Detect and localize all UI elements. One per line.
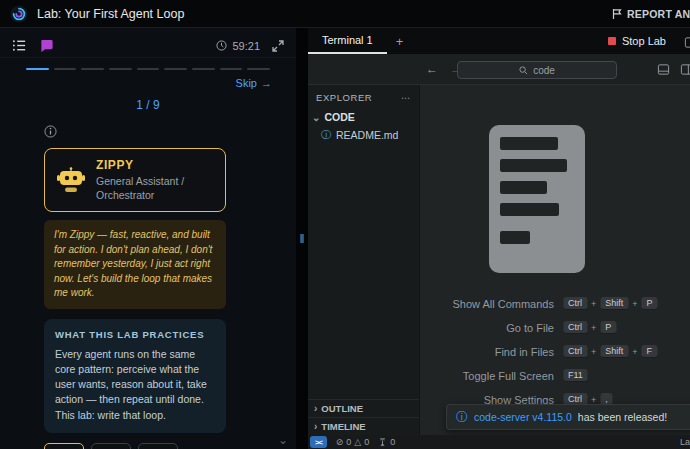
file-readme[interactable]: ⓘ README.md <box>308 126 419 144</box>
agent-quote: I'm Zippy — fast, reactive, and built fo… <box>44 220 226 309</box>
status-bar: >< ⊘ 0 △ 0 0 Layout <box>308 435 690 449</box>
warnings-icon: △ <box>354 437 361 447</box>
explorer-sidebar: EXPLORER ⋯ ⌄ CODE ⓘ README.md › <box>308 85 420 435</box>
agent-chip-meshy[interactable]: MESHY — <box>138 443 178 449</box>
resize-grip-icon: ‖ <box>300 232 305 246</box>
arrow-right-icon: → <box>261 77 272 89</box>
readme-file-icon: ⓘ <box>321 128 331 142</box>
layout-control[interactable]: Layout <box>680 437 690 447</box>
chat-icon[interactable] <box>39 38 54 53</box>
progress-segment[interactable] <box>192 68 215 70</box>
panel-resize-handle[interactable]: ‖ <box>296 28 308 449</box>
problems-indicator[interactable]: ⊘ 0 △ 0 <box>336 437 370 447</box>
kbd-key: P <box>642 297 658 310</box>
kbd-key: Ctrl <box>563 297 587 310</box>
page-title: Lab: Your First Agent Loop <box>37 7 184 21</box>
agent-chip-zippy[interactable]: ZIPPY NOW <box>44 443 84 449</box>
customize-layout-icon[interactable] <box>680 63 690 76</box>
stop-icon <box>608 37 616 45</box>
info-icon <box>44 124 57 142</box>
keybinding-hints: Show All Commands Ctrl + Shift + P Go to… <box>452 297 657 406</box>
kbd-key: F11 <box>563 369 588 382</box>
errors-icon: ⊘ <box>336 437 344 447</box>
kbd-key: F <box>642 345 658 358</box>
progress-segment[interactable] <box>26 68 49 70</box>
report-issue-label: REPORT AN ISSUE <box>627 8 690 20</box>
search-icon <box>519 66 528 75</box>
progress-segment[interactable] <box>247 68 270 70</box>
nav-back-icon[interactable]: ← <box>426 62 438 76</box>
update-notification-toast: ⓘ code-server v4.115.0 has been released… <box>446 404 690 430</box>
search-value: code <box>533 65 555 76</box>
release-message: has been released! <box>578 411 667 423</box>
explorer-more-icon[interactable]: ⋯ <box>401 92 411 103</box>
kbd-key: Shift <box>600 297 628 310</box>
chevron-down-icon: ⌄ <box>312 112 320 123</box>
skip-link[interactable]: Skip → <box>236 77 272 89</box>
expand-panel-icon[interactable] <box>272 40 284 52</box>
step-progress <box>0 68 296 70</box>
explorer-title: EXPLORER <box>316 92 372 103</box>
ports-indicator[interactable]: 0 <box>378 437 395 447</box>
release-link[interactable]: code-server v4.115.0 <box>474 411 572 423</box>
terminal-tabbar: Terminal 1 + Stop Lab <box>308 28 690 55</box>
practices-card: WHAT THIS LAB PRACTICES Every agent runs… <box>44 319 226 433</box>
agent-profile-card: ZIPPY General Assistant / Orchestrator <box>44 148 226 212</box>
editor-empty-area: Show All Commands Ctrl + Shift + P Go to… <box>420 85 690 435</box>
progress-segment[interactable] <box>54 68 77 70</box>
tab-terminal-1[interactable]: Terminal 1 <box>308 28 387 54</box>
instructions-toolbar: 59:21 <box>0 28 296 58</box>
practices-body: Every agent runs on the same core patter… <box>55 347 215 423</box>
topbar: Lab: Your First Agent Loop REPORT AN ISS… <box>0 0 690 28</box>
radio-tower-icon <box>378 438 387 447</box>
remote-indicator[interactable]: >< <box>310 436 327 448</box>
info-circle-icon: ⓘ <box>456 409 468 426</box>
layout-columns-icon[interactable] <box>684 35 690 53</box>
kbd-key: Shift <box>600 345 628 358</box>
flag-icon <box>612 8 622 20</box>
progress-segment[interactable] <box>81 68 104 70</box>
step-counter: 1 / 9 <box>0 98 296 112</box>
agent-chip-row: ZIPPY NOW SAVVY — MESHY — CODY <box>44 443 190 449</box>
editor-titlebar: ← → code <box>308 55 690 85</box>
progress-segment[interactable] <box>137 68 160 70</box>
main-area: 59:21 Skip → 1 / 9 <box>0 28 690 449</box>
app-logo-icon[interactable] <box>10 5 28 23</box>
clock-icon <box>216 40 227 51</box>
instructions-panel: 59:21 Skip → 1 / 9 <box>0 28 296 449</box>
stop-lab-button[interactable]: Stop Lab <box>608 35 666 47</box>
agent-name: ZIPPY <box>96 158 214 172</box>
agent-role: General Assistant / Orchestrator <box>96 175 214 202</box>
lesson-content: ZIPPY General Assistant / Orchestrator I… <box>0 112 240 449</box>
chevron-right-icon: › <box>314 421 317 432</box>
progress-segment[interactable] <box>109 68 132 70</box>
kbd-key: Ctrl <box>563 321 587 334</box>
progress-segment[interactable] <box>220 68 243 70</box>
add-terminal-button[interactable]: + <box>387 34 413 49</box>
report-issue-button[interactable]: REPORT AN ISSUE <box>612 0 690 28</box>
editor-watermark <box>489 125 585 273</box>
workspace-panel: Terminal 1 + Stop Lab ← → <box>308 28 690 449</box>
folder-section-code[interactable]: ⌄ CODE <box>308 109 419 126</box>
section-outline[interactable]: › OUTLINE <box>308 399 419 417</box>
lab-timer: 59:21 <box>216 40 260 52</box>
kbd-key: Ctrl <box>563 345 587 358</box>
agent-chip-savvy[interactable]: SAVVY — <box>91 443 131 449</box>
robot-icon <box>56 167 86 194</box>
timer-value: 59:21 <box>232 40 260 52</box>
command-center-search[interactable]: code <box>457 61 617 79</box>
code-editor: ← → code <box>308 55 690 435</box>
section-timeline[interactable]: › TIMELINE <box>308 417 419 435</box>
kbd-key: P <box>600 321 616 334</box>
practices-title: WHAT THIS LAB PRACTICES <box>55 329 215 340</box>
chevron-right-icon: › <box>314 403 317 414</box>
progress-segment[interactable] <box>164 68 187 70</box>
toggle-panel-icon[interactable] <box>657 63 670 76</box>
instructions-list-icon[interactable] <box>12 38 27 53</box>
scroll-down-icon[interactable]: ⌄ <box>278 433 288 447</box>
